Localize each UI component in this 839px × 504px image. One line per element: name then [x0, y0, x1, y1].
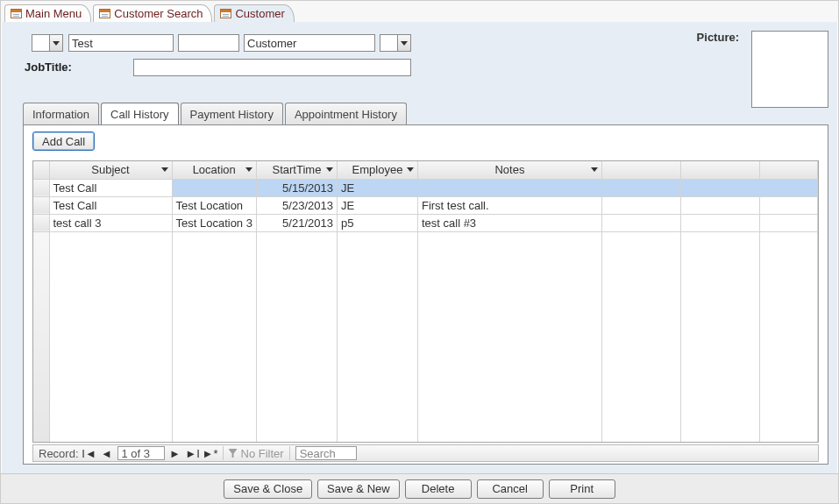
cell-starttime[interactable]: 5/15/2013 [256, 179, 337, 196]
cell-location[interactable]: Test Location [172, 196, 256, 214]
tab-label: Payment History [190, 108, 274, 121]
doc-tab-customer[interactable]: Customer [214, 4, 294, 22]
form-icon [11, 9, 22, 18]
sort-icon[interactable] [405, 161, 416, 179]
save-close-button[interactable]: Save & Close [224, 479, 312, 499]
cancel-button[interactable]: Cancel [477, 479, 544, 499]
cell-notes[interactable]: First test call. [417, 196, 601, 214]
last-name-value: Customer [247, 37, 296, 50]
search-placeholder: Search [300, 447, 336, 460]
add-call-button[interactable]: Add Call [32, 131, 95, 151]
customer-header: Test Customer JobTitle: [2, 22, 837, 85]
doc-tab-label: Customer [235, 7, 284, 20]
delete-button[interactable]: Delete [405, 479, 472, 499]
cell-notes[interactable]: test call #3 [417, 214, 601, 231]
detail-tab-control: Information Call History Payment History… [23, 103, 828, 466]
nav-prev-button[interactable]: ◄ [100, 446, 114, 460]
cell-employee[interactable]: JE [337, 179, 417, 196]
detail-tabs: Information Call History Payment History… [23, 103, 828, 124]
form-icon [99, 9, 110, 18]
document-tabs: Main Menu Customer Search Customer [1, 1, 838, 22]
tab-body: Add Call Subject [23, 124, 828, 465]
cell-subject[interactable]: Test Call [49, 196, 172, 214]
sort-icon[interactable] [244, 161, 254, 179]
form-icon [220, 9, 231, 18]
save-new-button[interactable]: Save & New [317, 479, 400, 499]
cell-notes[interactable] [417, 179, 601, 196]
button-label: Print [570, 482, 594, 495]
nav-last-button[interactable]: ►I [186, 446, 200, 460]
table-row[interactable]: Test Call Test Location 5/23/2013 JE Fir… [33, 196, 818, 214]
nav-first-button[interactable]: I◄ [82, 446, 96, 460]
suffix-combo[interactable] [380, 34, 411, 52]
row-selector[interactable] [33, 214, 49, 231]
row-selector[interactable] [33, 196, 49, 214]
select-all-corner[interactable] [33, 161, 49, 179]
col-extra[interactable] [601, 161, 680, 179]
cell-subject[interactable]: Test Call [49, 179, 172, 196]
button-label: Cancel [492, 482, 527, 495]
middle-name-field[interactable] [178, 34, 239, 52]
tab-appointment-history[interactable]: Appointment History [285, 103, 407, 124]
col-label: Location [193, 163, 236, 176]
first-name-field[interactable]: Test [68, 34, 174, 52]
col-starttime[interactable]: StartTime [256, 161, 337, 179]
col-label: StartTime [273, 163, 322, 176]
grid-search-box[interactable]: Search [295, 446, 357, 460]
cell-location[interactable] [172, 179, 256, 196]
col-extra[interactable] [680, 161, 759, 179]
tab-information[interactable]: Information [23, 103, 99, 124]
sort-icon[interactable] [160, 161, 170, 179]
filter-indicator[interactable]: No Filter [224, 447, 289, 460]
nav-new-button[interactable]: ►* [203, 446, 217, 460]
col-employee[interactable]: Employee [337, 161, 417, 179]
jobtitle-label: JobTitle: [25, 60, 72, 74]
calls-grid[interactable]: Subject Location StartTime Employee Note… [32, 160, 819, 443]
print-button[interactable]: Print [549, 479, 615, 499]
jobtitle-field[interactable] [133, 59, 411, 76]
no-filter-label: No Filter [241, 447, 284, 460]
sort-icon[interactable] [324, 161, 335, 179]
form-area: Test Customer JobTitle: [2, 22, 837, 473]
doc-tab-label: Main Menu [25, 7, 82, 20]
col-location[interactable]: Location [172, 161, 256, 179]
record-position: 1 of 3 [122, 447, 151, 460]
picture-label: Picture: [697, 31, 739, 44]
doc-tab-customer-search[interactable]: Customer Search [93, 4, 212, 22]
table-row[interactable]: test call 3 Test Location 3 5/21/2013 p5… [33, 214, 818, 231]
cell-starttime[interactable]: 5/23/2013 [256, 196, 337, 214]
col-extra[interactable] [759, 161, 817, 179]
col-label: Notes [494, 163, 524, 176]
first-name-value: Test [72, 37, 93, 50]
button-label: Save & Close [233, 482, 302, 495]
cell-starttime[interactable]: 5/21/2013 [256, 214, 337, 231]
table-row[interactable]: Test Call 5/15/2013 JE [33, 179, 818, 196]
chevron-down-icon [49, 35, 62, 51]
tab-call-history[interactable]: Call History [101, 103, 178, 124]
tab-payment-history[interactable]: Payment History [181, 103, 283, 124]
tab-label: Information [32, 108, 89, 121]
tab-label: Appointment History [295, 108, 397, 121]
doc-tab-label: Customer Search [114, 7, 203, 20]
record-navigator: Record: I◄ ◄ 1 of 3 ► ►I ►* No Filter [32, 444, 819, 462]
record-label: Record: [39, 447, 79, 460]
col-subject[interactable]: Subject [49, 161, 172, 179]
last-name-field[interactable]: Customer [244, 34, 375, 52]
prefix-combo[interactable] [32, 34, 63, 52]
cell-location[interactable]: Test Location 3 [172, 214, 256, 231]
chevron-down-icon [397, 35, 410, 51]
cell-employee[interactable]: JE [337, 196, 417, 214]
form-footer: Save & Close Save & New Delete Cancel Pr… [1, 473, 838, 503]
row-selector[interactable] [33, 179, 49, 196]
button-label: Save & New [327, 482, 390, 495]
cell-employee[interactable]: p5 [337, 214, 417, 231]
col-notes[interactable]: Notes [417, 161, 601, 179]
picture-box[interactable] [751, 31, 828, 108]
nav-next-button[interactable]: ► [168, 446, 182, 460]
sort-icon[interactable] [589, 161, 600, 179]
col-label: Subject [91, 163, 129, 176]
cell-subject[interactable]: test call 3 [49, 214, 172, 231]
record-position-box[interactable]: 1 of 3 [117, 446, 165, 460]
doc-tab-main-menu[interactable]: Main Menu [4, 4, 91, 22]
col-label: Employee [352, 163, 403, 176]
